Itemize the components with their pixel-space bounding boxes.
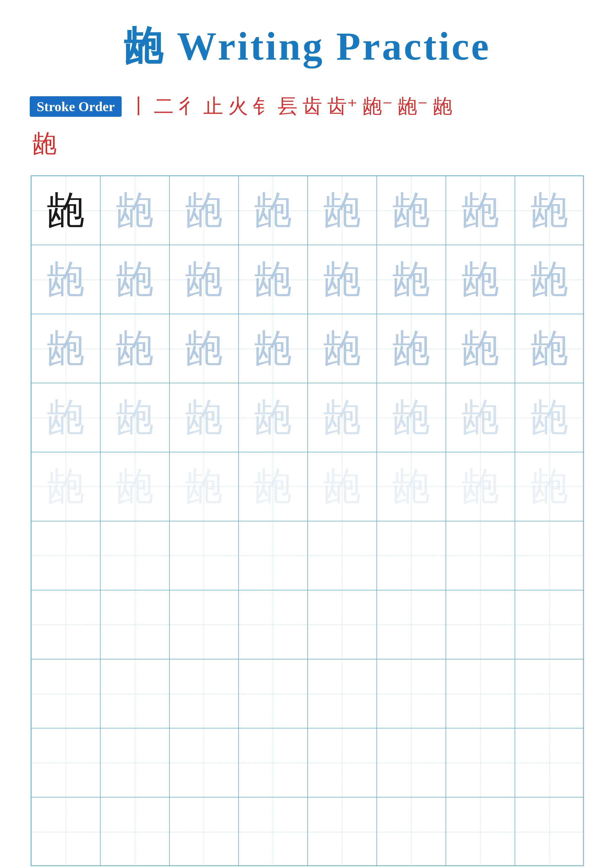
grid-cell[interactable]	[377, 590, 446, 659]
grid-cell[interactable]: 龅	[238, 383, 308, 452]
grid-cell[interactable]: 龅	[169, 452, 238, 521]
grid-cell[interactable]	[238, 590, 308, 659]
grid-cell[interactable]	[31, 590, 100, 659]
grid-cell[interactable]	[31, 659, 100, 728]
practice-char: 龅	[116, 467, 154, 506]
grid-cell[interactable]: 龅	[446, 383, 515, 452]
title-text: Writing Practice	[165, 24, 491, 68]
grid-cell[interactable]: 龅	[515, 452, 584, 521]
grid-cell[interactable]: 龅	[308, 383, 377, 452]
grid-cell[interactable]: 龅	[515, 314, 584, 383]
grid-cell[interactable]: 龅	[446, 452, 515, 521]
grid-cell[interactable]	[238, 659, 308, 728]
grid-cell[interactable]	[169, 521, 238, 590]
grid-cell[interactable]	[238, 728, 308, 797]
grid-cell[interactable]	[446, 659, 515, 728]
practice-char: 龅	[185, 398, 223, 437]
grid-cell[interactable]: 龅	[446, 314, 515, 383]
grid-cell[interactable]	[515, 590, 584, 659]
grid-cell[interactable]	[446, 728, 515, 797]
practice-char: 龅	[116, 329, 154, 368]
grid-cell[interactable]: 龅	[31, 314, 100, 383]
grid-cell[interactable]	[31, 521, 100, 590]
practice-char: 龅	[530, 260, 569, 299]
grid-cell[interactable]: 龅	[446, 176, 515, 245]
grid-cell[interactable]	[100, 797, 169, 866]
grid-cell[interactable]: 龅	[31, 245, 100, 314]
grid-cell[interactable]: 龅	[377, 452, 446, 521]
practice-char: 龅	[392, 467, 431, 506]
grid-cell[interactable]	[446, 797, 515, 866]
grid-cell[interactable]: 龅	[515, 383, 584, 452]
grid-cell[interactable]	[238, 797, 308, 866]
grid-cell[interactable]	[100, 728, 169, 797]
grid-cell[interactable]: 龅	[377, 314, 446, 383]
grid-cell[interactable]	[31, 728, 100, 797]
practice-char: 龅	[461, 191, 500, 229]
page: 龅 Writing Practice Stroke Order ⼁ ⼆ ⼻ ⽌ …	[0, 0, 614, 868]
grid-cell[interactable]: 龅	[515, 245, 584, 314]
grid-cell[interactable]	[169, 728, 238, 797]
grid-cell[interactable]	[377, 797, 446, 866]
grid-cell[interactable]	[515, 659, 584, 728]
grid-cell[interactable]	[169, 797, 238, 866]
grid-cell[interactable]: 龅	[238, 314, 308, 383]
grid-cell[interactable]	[100, 659, 169, 728]
grid-cell[interactable]	[515, 521, 584, 590]
grid-cell[interactable]: 龅	[308, 245, 377, 314]
grid-cell[interactable]: 龅	[100, 176, 169, 245]
practice-char: 龅	[323, 260, 361, 299]
grid-cell[interactable]: 龅	[169, 245, 238, 314]
grid-cell[interactable]: 龅	[308, 176, 377, 245]
practice-char: 龅	[530, 467, 569, 506]
grid-cell[interactable]	[308, 797, 377, 866]
grid-cell[interactable]	[308, 590, 377, 659]
grid-cell[interactable]: 龅	[169, 383, 238, 452]
grid-cell[interactable]	[169, 659, 238, 728]
grid-cell[interactable]	[169, 590, 238, 659]
grid-cell[interactable]: 龅	[100, 452, 169, 521]
grid-cell[interactable]: 龅	[377, 383, 446, 452]
grid-cell[interactable]	[100, 521, 169, 590]
grid-cell[interactable]: 龅	[100, 314, 169, 383]
grid-cell[interactable]	[515, 728, 584, 797]
practice-char: 龅	[116, 191, 154, 229]
grid-cell[interactable]	[31, 797, 100, 866]
practice-char: 龅	[461, 398, 500, 437]
stroke-7: ⻒	[278, 93, 297, 120]
grid-cell[interactable]: 龅	[169, 314, 238, 383]
grid-cell[interactable]: 龅	[238, 452, 308, 521]
grid-cell[interactable]: 龅	[377, 245, 446, 314]
grid-cell[interactable]: 龅	[238, 176, 308, 245]
grid-cell[interactable]: 龅	[377, 176, 446, 245]
stroke-11: 龅⁻	[398, 93, 428, 120]
practice-char: 龅	[323, 467, 361, 506]
stroke-order-section: Stroke Order ⼁ ⼆ ⼻ ⽌ ⽕ ⻐ ⻒ 齿 齿⁺ 龅⁻ 龅⁻ 龅 …	[30, 93, 584, 161]
grid-cell[interactable]	[308, 728, 377, 797]
grid-cell[interactable]: 龅	[308, 452, 377, 521]
grid-cell[interactable]	[377, 659, 446, 728]
grid-cell[interactable]: 龅	[100, 245, 169, 314]
grid-cell[interactable]	[308, 521, 377, 590]
grid-cell[interactable]: 龅	[31, 452, 100, 521]
grid-cell[interactable]	[446, 521, 515, 590]
grid-cell[interactable]: 龅	[515, 176, 584, 245]
grid-cell[interactable]: 龅	[308, 314, 377, 383]
grid-cell[interactable]: 龅	[446, 245, 515, 314]
grid-cell[interactable]: 龅	[31, 383, 100, 452]
grid-cell[interactable]: 龅	[100, 383, 169, 452]
grid-cell[interactable]	[377, 521, 446, 590]
grid-cell[interactable]	[100, 590, 169, 659]
grid-cell[interactable]	[515, 797, 584, 866]
grid-cell[interactable]	[446, 590, 515, 659]
practice-char: 龅	[530, 329, 569, 368]
grid-cell[interactable]	[308, 659, 377, 728]
stroke-5: ⽕	[228, 93, 248, 120]
grid-cell[interactable]: 龅	[238, 245, 308, 314]
practice-char: 龅	[254, 260, 292, 299]
grid-cell[interactable]	[377, 728, 446, 797]
practice-char: 龅	[185, 329, 223, 368]
grid-cell[interactable]	[238, 521, 308, 590]
grid-cell[interactable]: 龅	[31, 176, 100, 245]
grid-cell[interactable]: 龅	[169, 176, 238, 245]
